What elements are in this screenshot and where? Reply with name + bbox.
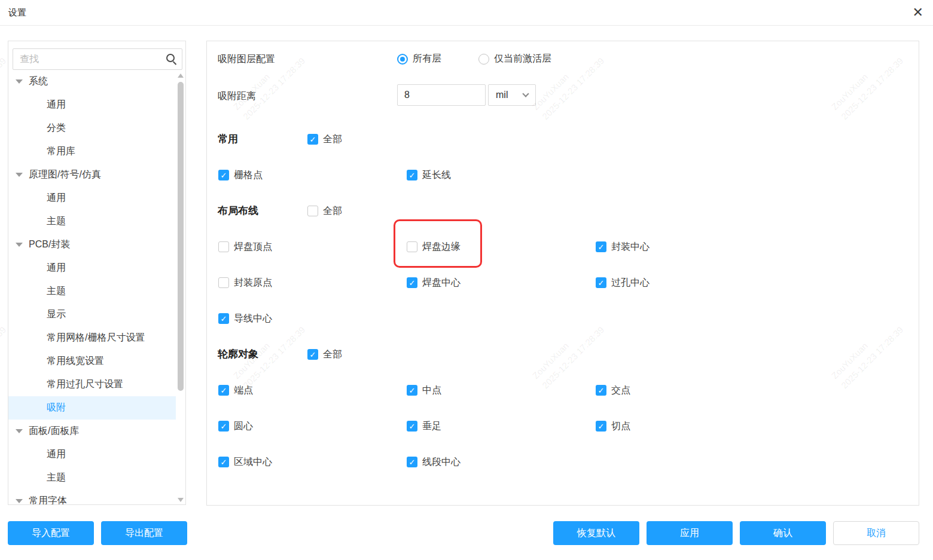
snap-option-checkbox[interactable]: 过孔中心 [596,277,650,288]
sidebar-item[interactable]: 常用过孔尺寸设置 [8,373,176,396]
snap-option-checkbox[interactable]: 垂足 [407,421,441,432]
snap-option-checkbox[interactable]: 导线中心 [218,313,272,324]
snap-option-checkbox[interactable]: 封装原点 [218,277,272,288]
snap-option-checkbox[interactable]: 延长线 [407,170,451,180]
radio-icon [397,54,408,65]
snap-option-checkbox[interactable]: 焊盘边缘 [407,241,461,252]
sidebar-item[interactable]: 主题 [8,466,176,489]
scroll-up-icon[interactable] [178,74,184,78]
checkbox-label: 过孔中心 [611,277,650,289]
sidebar-item[interactable]: 吸附 [8,396,176,420]
sidebar-item[interactable]: 常用库 [8,140,176,163]
checkbox-icon [307,349,318,360]
sidebar-item-label: 通用 [47,448,66,461]
expand-arrow-icon[interactable] [16,499,23,503]
checkbox-label: 封装中心 [611,241,650,253]
apply-button[interactable]: 应用 [647,521,733,545]
snap-option-checkbox[interactable]: 焊盘顶点 [218,241,272,252]
checkbox-label: 封装原点 [234,277,272,289]
expand-arrow-icon[interactable] [16,79,23,84]
checkbox-icon [596,421,606,432]
scrollbar-thumb[interactable] [178,82,184,391]
checkbox-label: 交点 [611,384,630,397]
export-config-button[interactable]: 导出配置 [101,521,187,545]
checkbox-icon [596,241,606,252]
sidebar-item[interactable]: 通用 [8,93,176,117]
sidebar-item-label: 常用线宽设置 [47,355,104,368]
snap-settings-panel: 吸附图层配置 所有层仅当前激活层 吸附距离 mil 常用全部栅格点延长线布局布线… [206,41,919,506]
search-box [13,48,182,70]
select-all-checkbox[interactable]: 全部 [307,349,342,360]
scroll-down-icon[interactable] [178,498,184,502]
restore-defaults-button[interactable]: 恢复默认 [553,521,639,545]
snap-option-checkbox[interactable]: 圆心 [218,421,253,432]
sidebar-item-label: PCB/封装 [29,238,70,251]
checkbox-label: 中点 [422,384,441,397]
select-all-checkbox[interactable]: 全部 [307,134,342,145]
sidebar-item[interactable]: 通用 [8,186,176,210]
checkbox-icon [218,277,229,288]
search-icon [166,54,175,62]
radio-option[interactable]: 所有层 [397,53,441,65]
snap-option-checkbox[interactable]: 中点 [407,385,441,396]
checkbox-icon [218,385,229,396]
checkbox-label: 导线中心 [234,313,272,325]
confirm-button[interactable]: 确认 [740,521,826,545]
radio-option[interactable]: 仅当前激活层 [478,53,551,65]
sidebar-item[interactable]: PCB/封装 [8,233,176,256]
sidebar-item-label: 分类 [47,122,66,134]
settings-sidebar: 系统通用分类常用库原理图/符号/仿真通用主题PCB/封装通用主题显示常用网格/栅… [8,41,186,505]
sidebar-item-label: 常用过孔尺寸设置 [47,378,123,391]
cancel-button[interactable]: 取消 [833,521,919,545]
checkbox-label: 线段中心 [422,456,461,469]
snap-option-checkbox[interactable]: 切点 [596,421,630,432]
search-input[interactable] [13,49,159,69]
section-title: 常用 [218,133,238,145]
import-config-button[interactable]: 导入配置 [8,521,94,545]
checkbox-label: 圆心 [234,420,253,433]
unit-select-value: mil [496,90,508,100]
sidebar-item-label: 常用网格/栅格尺寸设置 [47,332,145,344]
sidebar-item[interactable]: 显示 [8,303,176,326]
expand-arrow-icon[interactable] [16,429,23,433]
sidebar-item-label: 吸附 [47,402,66,414]
snap-option-checkbox[interactable]: 焊盘中心 [407,277,461,288]
sidebar-item[interactable]: 常用线宽设置 [8,350,176,373]
sidebar-item[interactable]: 系统 [8,70,176,93]
sidebar-item[interactable]: 常用字体 [8,489,176,505]
radio-label: 仅当前激活层 [494,53,551,65]
sidebar-item-label: 主题 [47,215,66,228]
snap-option-checkbox[interactable]: 端点 [218,385,253,396]
sidebar-item[interactable]: 面板/面板库 [8,420,176,443]
sidebar-item[interactable]: 分类 [8,117,176,140]
sidebar-item[interactable]: 主题 [8,210,176,233]
close-icon[interactable]: ✕ [913,4,923,21]
radio-icon [478,54,489,65]
sidebar-item[interactable]: 原理图/符号/仿真 [8,163,176,186]
sidebar-scrollbar[interactable] [177,70,184,504]
sidebar-item-label: 通用 [47,262,66,274]
sidebar-item[interactable]: 主题 [8,280,176,303]
unit-select[interactable]: mil [488,84,536,106]
sidebar-item[interactable]: 通用 [8,256,176,280]
snap-option-checkbox[interactable]: 区域中心 [218,457,272,467]
snap-option-checkbox[interactable]: 线段中心 [407,457,461,467]
radio-label: 所有层 [413,53,441,65]
checkbox-icon [596,385,606,396]
snap-option-checkbox[interactable]: 交点 [596,385,630,396]
sidebar-item-label: 主题 [47,472,66,484]
checkbox-label: 端点 [234,384,253,397]
section-title: 布局布线 [218,205,258,217]
expand-arrow-icon[interactable] [16,173,23,177]
snap-option-checkbox[interactable]: 封装中心 [596,241,650,252]
sidebar-item-label: 面板/面板库 [29,425,79,437]
snap-distance-input[interactable] [397,84,486,106]
sidebar-item[interactable]: 常用网格/栅格尺寸设置 [8,326,176,350]
snap-option-checkbox[interactable]: 栅格点 [218,170,263,180]
select-all-checkbox[interactable]: 全部 [307,206,342,216]
checkbox-icon [218,457,229,467]
expand-arrow-icon[interactable] [16,243,23,247]
sidebar-item-label: 通用 [47,192,66,204]
sidebar-item[interactable]: 通用 [8,443,176,466]
settings-tree: 系统通用分类常用库原理图/符号/仿真通用主题PCB/封装通用主题显示常用网格/栅… [8,70,176,505]
